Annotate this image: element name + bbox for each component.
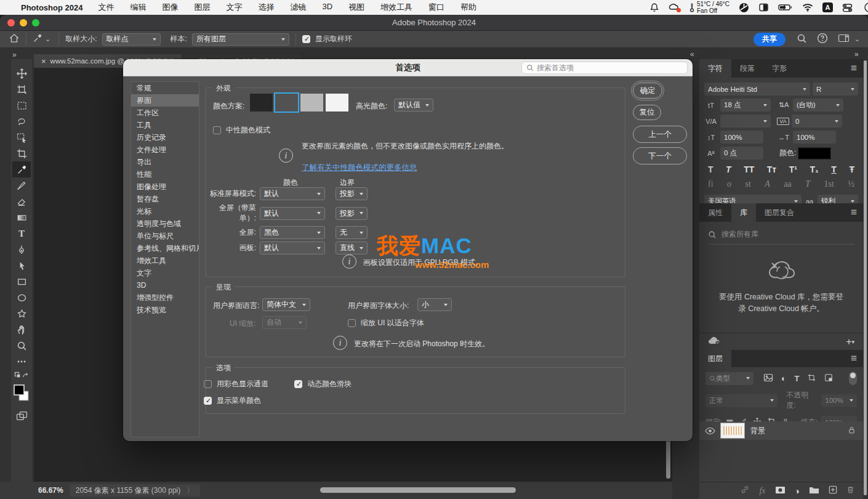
- gradient-tool[interactable]: [12, 209, 31, 225]
- preferences-sidebar-item[interactable]: 3D: [131, 279, 199, 291]
- type-style-button[interactable]: T: [831, 164, 837, 174]
- dock-collapse-icon[interactable]: »: [854, 50, 859, 59]
- panel-menu-icon[interactable]: [851, 203, 863, 222]
- type-style-button[interactable]: T¹: [789, 164, 797, 174]
- foreground-background-swatches[interactable]: [12, 382, 31, 404]
- menu-item[interactable]: 窗口: [420, 2, 452, 13]
- layer-fx-icon[interactable]: fx: [759, 486, 765, 496]
- adjustment-layer-icon[interactable]: ◑: [795, 486, 800, 496]
- leading-select[interactable]: (自动): [793, 99, 843, 112]
- screen-mode-icon[interactable]: [12, 408, 31, 424]
- show-sampling-ring-checkbox[interactable]: [302, 35, 310, 43]
- preferences-sidebar-item[interactable]: 历史记录: [131, 131, 199, 144]
- zoom-level[interactable]: 66.67%: [38, 486, 63, 495]
- tab-layers[interactable]: 图层: [699, 350, 731, 367]
- layer-thumbnail[interactable]: [720, 423, 745, 439]
- opentype-button[interactable]: o: [727, 179, 731, 189]
- eraser-tool[interactable]: [12, 193, 31, 209]
- opentype-button[interactable]: A: [765, 179, 770, 189]
- blend-mode-select[interactable]: 正常: [705, 394, 778, 407]
- screen-mode-border-select[interactable]: 无: [336, 226, 368, 239]
- marquee-tool[interactable]: [12, 97, 31, 113]
- brush-tool[interactable]: [12, 177, 31, 193]
- preferences-sidebar-item[interactable]: 工作区: [131, 107, 199, 119]
- adjustment-filter-icon[interactable]: ◐: [781, 373, 786, 383]
- crop-tool[interactable]: [12, 145, 31, 161]
- neutral-mode-checkbox[interactable]: [213, 126, 221, 134]
- opacity-select[interactable]: 100%: [821, 394, 857, 407]
- type-style-button[interactable]: T: [708, 164, 713, 174]
- close-window-button[interactable]: [7, 19, 15, 26]
- new-library-plus-icon[interactable]: +▾: [846, 336, 854, 347]
- opentype-button[interactable]: 1st: [824, 179, 834, 189]
- opentype-button[interactable]: aa: [784, 179, 791, 189]
- preferences-sidebar-item[interactable]: 常规: [131, 82, 199, 94]
- baseline-shift-input[interactable]: 0 点: [720, 147, 763, 160]
- opentype-button[interactable]: T: [805, 179, 810, 189]
- rectangle-tool[interactable]: [12, 274, 31, 290]
- preferences-sidebar-item[interactable]: 性能: [131, 168, 199, 181]
- preferences-sidebar-item[interactable]: 透明度与色域: [131, 217, 199, 230]
- move-tool[interactable]: [12, 65, 31, 81]
- layer-filter-select[interactable]: 类型: [705, 372, 753, 385]
- type-style-button[interactable]: TT: [744, 164, 754, 174]
- text-color-swatch[interactable]: [798, 148, 830, 159]
- dock-expand-icon[interactable]: «: [690, 50, 694, 59]
- layer-lock-icon[interactable]: [848, 426, 856, 436]
- dynamic-sliders-checkbox[interactable]: [294, 380, 302, 388]
- swap-colors-icon[interactable]: [12, 370, 31, 382]
- library-search[interactable]: 搜索所有库: [708, 229, 854, 245]
- ui-language-select[interactable]: 简体中文: [262, 298, 310, 311]
- more-tools-icon[interactable]: [12, 354, 31, 370]
- window-scrollbar[interactable]: [864, 60, 867, 495]
- pixel-layer-filter-icon[interactable]: [763, 373, 773, 384]
- input-source-icon[interactable]: A: [822, 2, 833, 12]
- preferences-sidebar-item[interactable]: 增强型控件: [131, 291, 199, 304]
- preferences-sidebar-item[interactable]: 单位与标尺: [131, 230, 199, 242]
- menu-item[interactable]: 视图: [340, 2, 372, 13]
- lasso-tool[interactable]: [12, 113, 31, 129]
- clock-icon[interactable]: [862, 2, 868, 13]
- kerning-select[interactable]: [720, 115, 771, 128]
- preferences-sidebar-item[interactable]: 光标: [131, 205, 199, 217]
- font-style-select[interactable]: R: [813, 83, 858, 95]
- panel-menu-icon[interactable]: [851, 350, 863, 367]
- ui-fontsize-select[interactable]: 小: [417, 298, 452, 311]
- opentype-button[interactable]: fi: [708, 179, 713, 189]
- sample-select[interactable]: 所有图层: [192, 33, 289, 46]
- font-size-select[interactable]: 18 点: [720, 99, 771, 112]
- eyedropper-icon[interactable]: [33, 33, 42, 45]
- screen-mode-color-select[interactable]: 默认: [260, 241, 325, 254]
- prev-button[interactable]: 上一个: [633, 126, 687, 143]
- zoom-window-button[interactable]: [32, 19, 39, 26]
- screen-mode-color-select[interactable]: 默认: [260, 207, 325, 220]
- color-scheme-swatch[interactable]: [326, 94, 348, 112]
- new-layer-icon[interactable]: [829, 485, 837, 496]
- layer-row-background[interactable]: 背景: [699, 421, 863, 440]
- menu-item[interactable]: 编辑: [122, 2, 154, 13]
- menu-item[interactable]: 选择: [250, 2, 282, 13]
- channels-color-checkbox[interactable]: [204, 380, 212, 388]
- smart-object-filter-icon[interactable]: [824, 373, 833, 384]
- help-icon[interactable]: [817, 33, 828, 46]
- chevron-down-icon[interactable]: ⌄: [854, 35, 859, 43]
- preferences-search-field[interactable]: 搜索首选项: [521, 62, 688, 74]
- link-layers-icon[interactable]: [740, 485, 750, 496]
- type-tool[interactable]: T: [12, 225, 31, 241]
- menu-item[interactable]: 帮助: [452, 2, 484, 13]
- hand-tool[interactable]: [12, 322, 31, 338]
- preferences-sidebar-item[interactable]: 增效工具: [131, 254, 199, 267]
- panel-menu-icon[interactable]: [851, 59, 863, 78]
- highlight-color-select[interactable]: 默认值: [394, 99, 433, 112]
- panel-tab[interactable]: 字形: [763, 59, 795, 78]
- menu-colors-checkbox[interactable]: [204, 397, 212, 405]
- preferences-sidebar-item[interactable]: 图像处理: [131, 181, 199, 193]
- preferences-sidebar-item[interactable]: 参考线、网格和切片: [131, 242, 199, 254]
- screen-mode-border-select[interactable]: 投影: [336, 187, 368, 200]
- scale-ui-checkbox[interactable]: [348, 319, 356, 327]
- reset-button[interactable]: 复位: [633, 105, 661, 120]
- notification-bell-icon[interactable]: [649, 2, 659, 12]
- opentype-button[interactable]: ½: [848, 179, 854, 189]
- preferences-sidebar-item[interactable]: 界面: [131, 94, 199, 107]
- layer-visibility-icon[interactable]: [699, 427, 720, 435]
